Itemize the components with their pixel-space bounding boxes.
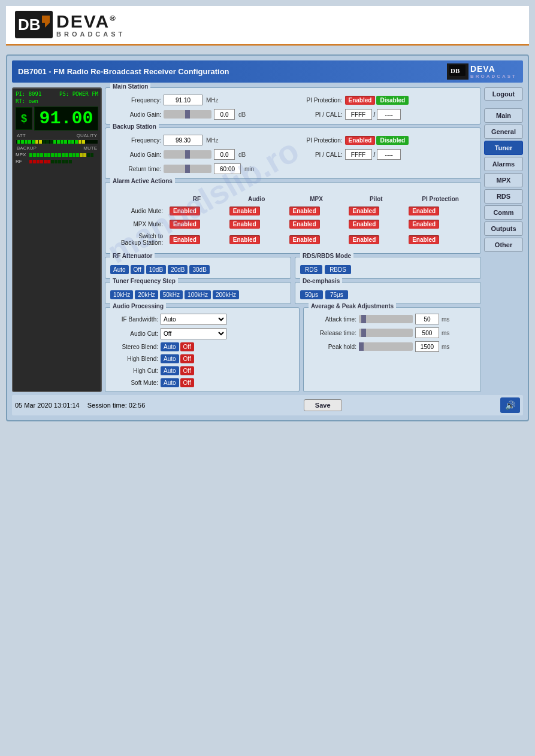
audio-mute-rf-btn[interactable]: Enabled <box>170 207 200 215</box>
backup-pi-enabled-btn[interactable]: Enabled <box>345 136 376 145</box>
nav-alarms-btn[interactable]: Alarms <box>484 157 523 171</box>
audio-mute-pi-btn[interactable]: Enabled <box>409 207 439 215</box>
mpx-mute-rf-btn[interactable]: Enabled <box>170 220 200 229</box>
backup-freq-unit: MHz <box>206 137 219 144</box>
stereo-blend-off-btn[interactable]: Off <box>180 342 194 351</box>
main-pi-value-input[interactable] <box>345 109 372 120</box>
deemph-75us-btn[interactable]: 75μs <box>325 290 348 299</box>
step-10khz-btn[interactable]: 10kHz <box>110 290 133 299</box>
rds-rbds-section: RDS/RBDS Mode RDS RBDS <box>295 257 481 279</box>
peak-hold-value[interactable] <box>415 341 439 352</box>
nav-main-btn[interactable]: Main <box>484 108 523 123</box>
backup-audio-gain-value[interactable] <box>214 149 235 160</box>
panel-title: DB7001 - FM Radio Re-Broadcast Receiver … <box>18 67 229 76</box>
backup-audio-gain-slider[interactable] <box>164 150 211 159</box>
audio-processing-section: Audio Processing IF Bandwidth: Auto Wide… <box>105 307 300 392</box>
audio-mute-mpx-btn[interactable]: Enabled <box>289 207 320 215</box>
audio-icon-btn[interactable]: 🔊 <box>500 397 520 413</box>
tuner-freq-step-section: Tuner Frequency Step 10kHz 20kHz 50kHz 1… <box>105 282 291 304</box>
main-audio-gain-slider[interactable] <box>164 110 211 119</box>
mpx-mute-pilot-btn[interactable]: Enabled <box>349 220 379 229</box>
nav-general-btn[interactable]: General <box>484 125 523 139</box>
rf-att-30db-btn[interactable]: 30dB <box>189 265 209 274</box>
switch-backup-pi-btn[interactable]: Enabled <box>409 235 439 244</box>
rf-att-20db-btn[interactable]: 20dB <box>168 265 188 274</box>
mpx-mute-audio-btn[interactable]: Enabled <box>229 220 260 229</box>
rds-btn[interactable]: RDS <box>300 265 322 274</box>
main-audio-gain-label: Audio Gain: <box>110 111 161 118</box>
col-mpx: MPX <box>288 195 346 204</box>
audio-cut-label: Audio Cut: <box>110 330 158 337</box>
main-audio-gain-value[interactable] <box>214 109 235 120</box>
stereo-blend-auto-btn[interactable]: Auto <box>161 342 179 351</box>
mpx-mute-label: MPX Mute: <box>112 218 166 230</box>
nav-rds-btn[interactable]: RDS <box>484 189 523 204</box>
switch-backup-mpx-btn[interactable]: Enabled <box>289 235 320 244</box>
high-blend-off-btn[interactable]: Off <box>180 354 194 363</box>
att-label: ATT <box>17 133 26 138</box>
switch-backup-audio-btn[interactable]: Enabled <box>229 235 260 244</box>
attack-time-value[interactable] <box>415 314 439 324</box>
soft-mute-off-btn[interactable]: Off <box>180 378 194 387</box>
if-bandwidth-select[interactable]: Auto Wide Normal Narrow <box>161 314 226 325</box>
main-pi-enabled-btn[interactable]: Enabled <box>345 96 376 105</box>
peak-hold-slider[interactable] <box>359 342 413 351</box>
step-20khz-btn[interactable]: 20kHz <box>135 290 158 299</box>
nav-tuner-btn[interactable]: Tuner <box>484 141 523 155</box>
tuner-freq-step-title: Tuner Frequency Step <box>110 278 178 284</box>
high-blend-label: High Blend: <box>110 356 158 362</box>
nav-sidebar: Logout Main General Tuner Alarms MPX RDS… <box>484 87 523 392</box>
nav-other-btn[interactable]: Other <box>484 238 523 252</box>
high-cut-off-btn[interactable]: Off <box>180 366 194 375</box>
main-call-value-input[interactable] <box>377 109 401 120</box>
high-cut-auto-btn[interactable]: Auto <box>161 366 179 375</box>
save-button[interactable]: Save <box>304 399 342 411</box>
rf-att-auto-btn[interactable]: Auto <box>110 265 129 274</box>
deemph-50us-btn[interactable]: 50μs <box>300 290 323 299</box>
high-blend-auto-btn[interactable]: Auto <box>161 354 179 363</box>
panel-deva-text: DEVA <box>470 64 517 74</box>
step-100khz-btn[interactable]: 100kHz <box>185 290 211 299</box>
de-emphasis-section: De-emphasis 50μs 75μs <box>295 282 481 304</box>
nav-comm-btn[interactable]: Comm <box>484 205 523 220</box>
rbds-btn[interactable]: RBDS <box>325 265 351 274</box>
footer-time: 13:01:14 <box>54 402 80 409</box>
audio-mute-pilot-btn[interactable]: Enabled <box>349 207 379 215</box>
backup-pi-disabled-btn[interactable]: Disabled <box>376 136 409 145</box>
if-bandwidth-label: IF Bandwidth: <box>110 316 158 323</box>
peak-hold-unit: ms <box>442 344 449 350</box>
rf-att-off-btn[interactable]: Off <box>131 265 144 274</box>
logout-button[interactable]: Logout <box>484 87 523 101</box>
backup-audio-gain-label: Audio Gain: <box>110 151 161 158</box>
audio-cut-select[interactable]: Off On <box>161 328 226 339</box>
panel-logo: DB DEVA BROADCAST <box>447 63 517 80</box>
step-200khz-btn[interactable]: 200kHz <box>213 290 239 299</box>
return-time-slider[interactable] <box>164 165 211 173</box>
quality-label: QUALITY <box>77 133 97 138</box>
backup-station-section: Backup Station Frequency: MHz PI Protect… <box>105 127 481 179</box>
nav-mpx-btn[interactable]: MPX <box>484 173 523 187</box>
backup-call-value-input[interactable] <box>377 149 401 160</box>
step-50khz-btn[interactable]: 50kHz <box>160 290 183 299</box>
switch-backup-rf-btn[interactable]: Enabled <box>170 235 200 244</box>
attack-time-slider[interactable] <box>359 315 413 323</box>
main-freq-input[interactable] <box>164 95 202 105</box>
backup-freq-input[interactable] <box>164 135 202 145</box>
switch-backup-pilot-btn[interactable]: Enabled <box>349 235 379 244</box>
backup-pi-value-input[interactable] <box>345 149 372 160</box>
release-time-value[interactable] <box>415 327 439 338</box>
audio-mute-audio-btn[interactable]: Enabled <box>229 207 260 215</box>
mpx-mute-mpx-btn[interactable]: Enabled <box>289 220 320 229</box>
main-station-title: Main Station <box>110 83 150 90</box>
main-pi-disabled-btn[interactable]: Disabled <box>376 96 409 105</box>
rf-att-10db-btn[interactable]: 10dB <box>146 265 166 274</box>
deva-brand: DEVA® <box>56 13 125 31</box>
return-time-value[interactable] <box>214 163 241 174</box>
release-time-slider[interactable] <box>359 329 413 337</box>
soft-mute-auto-btn[interactable]: Auto <box>161 378 179 387</box>
high-cut-label: High Cut: <box>110 368 158 374</box>
nav-outputs-btn[interactable]: Outputs <box>484 221 523 236</box>
table-row: Audio Mute: Enabled Enabled Enabled Enab… <box>112 205 474 217</box>
release-time-label: Release time: <box>309 330 356 336</box>
mpx-mute-pi-btn[interactable]: Enabled <box>409 220 439 229</box>
